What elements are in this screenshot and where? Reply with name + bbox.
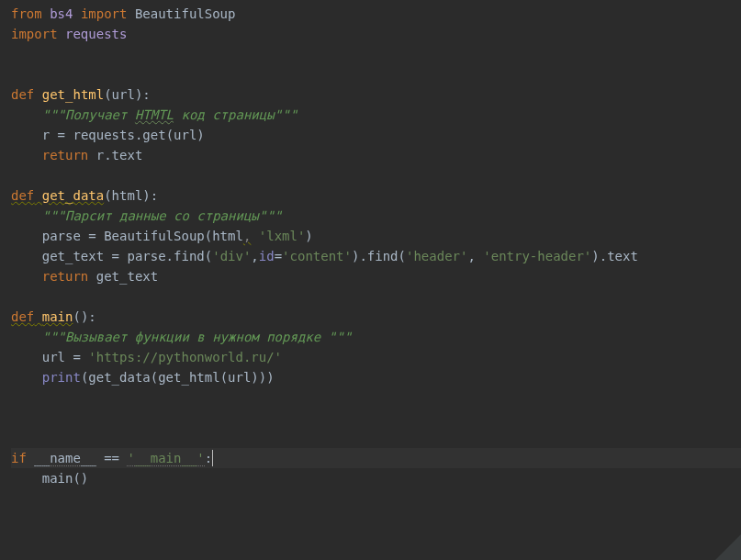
keyword-def: def: [11, 309, 34, 324]
assign: =: [81, 229, 104, 243]
code-line[interactable]: [11, 387, 741, 408]
indent: [11, 128, 42, 142]
argument: url: [174, 128, 196, 142]
paren-open: (: [205, 249, 212, 263]
method: find: [367, 249, 399, 263]
method: find: [174, 249, 205, 263]
string-literal: 'header': [406, 249, 467, 263]
object: r: [96, 148, 104, 162]
dot: .: [104, 148, 111, 162]
function-call: main: [42, 471, 73, 486]
space: [34, 309, 41, 324]
dot: .: [166, 249, 174, 263]
docstring-text: код страницы: [174, 107, 275, 122]
parens: (): [73, 471, 88, 486]
code-line-active[interactable]: if __name__ == '__main__':: [11, 448, 741, 468]
docstring-quote: """: [259, 208, 282, 223]
indent: [11, 330, 42, 344]
string-literal: 'entry-header': [483, 249, 591, 263]
docstring-quote: """: [275, 107, 298, 122]
dot: .: [600, 249, 607, 263]
keyword-def: def: [11, 188, 34, 203]
builtin-print: print: [42, 370, 81, 385]
code-line[interactable]: [11, 408, 741, 428]
paren-close-colon: ):: [135, 87, 151, 102]
paren-open: (: [104, 87, 111, 102]
dunder-name: __name__: [34, 451, 95, 466]
code-line[interactable]: url = 'https://pythonworld.ru/': [11, 347, 741, 367]
indent: [11, 249, 42, 263]
module-name: bs4: [50, 6, 73, 21]
code-line[interactable]: r = requests.get(url): [11, 125, 741, 145]
code-line[interactable]: import requests: [11, 24, 741, 44]
method: get: [142, 128, 165, 142]
space: [96, 451, 104, 465]
paren-close: ): [266, 370, 274, 385]
docstring-typo: HTMTL: [135, 107, 174, 122]
code-line[interactable]: """Вызывает функции в нужном порядке """: [11, 327, 741, 347]
indent: [11, 208, 42, 223]
indent: [11, 269, 42, 284]
function-name: get_data: [42, 188, 104, 203]
argument: html: [212, 229, 243, 243]
code-line[interactable]: [11, 44, 741, 64]
keyword-import: import: [81, 6, 128, 21]
code-line[interactable]: def get_data(html):: [11, 185, 741, 206]
string-literal: 'content': [282, 249, 352, 263]
code-line[interactable]: print(get_data(get_html(url))): [11, 367, 741, 387]
paren-open: (: [205, 229, 212, 243]
paren-open: (: [104, 188, 111, 203]
docstring-text: Вызывает функции в нужном порядке: [65, 330, 329, 344]
code-line[interactable]: from bs4 import BeautifulSoup: [11, 4, 741, 24]
comma: ,: [251, 249, 258, 263]
indent: [11, 471, 42, 486]
variable: parse: [42, 229, 81, 243]
variable: get_text: [42, 249, 104, 263]
code-line[interactable]: """Получает HTMTL код страницы""": [11, 105, 741, 125]
keyword-if: if: [11, 451, 27, 465]
code-line[interactable]: [11, 286, 741, 307]
parens-colon: ():: [73, 309, 95, 324]
code-line[interactable]: def main():: [11, 307, 741, 327]
comma: [251, 229, 258, 243]
code-editor[interactable]: from bs4 import BeautifulSoup import req…: [0, 0, 741, 560]
colon: :: [205, 451, 212, 465]
function-name: main: [42, 309, 73, 324]
assign: =: [104, 249, 127, 263]
indent: [11, 229, 42, 243]
code-line[interactable]: def get_html(url):: [11, 84, 741, 105]
indent: [11, 107, 42, 122]
code-line[interactable]: main(): [11, 468, 741, 488]
kwarg-name: id: [259, 249, 275, 263]
code-line[interactable]: [11, 428, 741, 448]
code-line[interactable]: [11, 165, 741, 185]
keyword-import: import: [11, 27, 58, 41]
parameter: html: [112, 188, 143, 203]
code-line[interactable]: parse = BeautifulSoup(html, 'lxml'): [11, 226, 741, 246]
function-call: get_data: [88, 370, 150, 385]
variable: get_text: [96, 269, 158, 284]
paren-close: ): [251, 370, 258, 385]
symbol: BeautifulSoup: [135, 6, 236, 21]
string-literal: 'div': [212, 249, 251, 263]
dot: .: [359, 249, 366, 263]
paren-close: ): [196, 128, 204, 142]
assign: =: [50, 128, 73, 142]
code-line[interactable]: return r.text: [11, 145, 741, 165]
function-name: get_html: [42, 87, 104, 102]
keyword-return: return: [42, 148, 89, 162]
code-line[interactable]: return get_text: [11, 266, 741, 286]
paren-close-colon: ):: [142, 188, 158, 203]
object: parse: [127, 249, 165, 263]
attribute: text: [607, 249, 638, 263]
code-line[interactable]: [11, 64, 741, 84]
paren-open: (: [166, 128, 174, 142]
paren-close: ): [259, 370, 266, 385]
comma: ,: [467, 249, 483, 263]
space: [88, 148, 95, 162]
keyword-from: from: [11, 6, 42, 21]
resize-corner-icon: [715, 534, 741, 560]
code-line[interactable]: get_text = parse.find('div',id='content'…: [11, 246, 741, 266]
keyword-def: def: [11, 87, 34, 102]
code-line[interactable]: """Парсит данные со страницы""": [11, 206, 741, 226]
